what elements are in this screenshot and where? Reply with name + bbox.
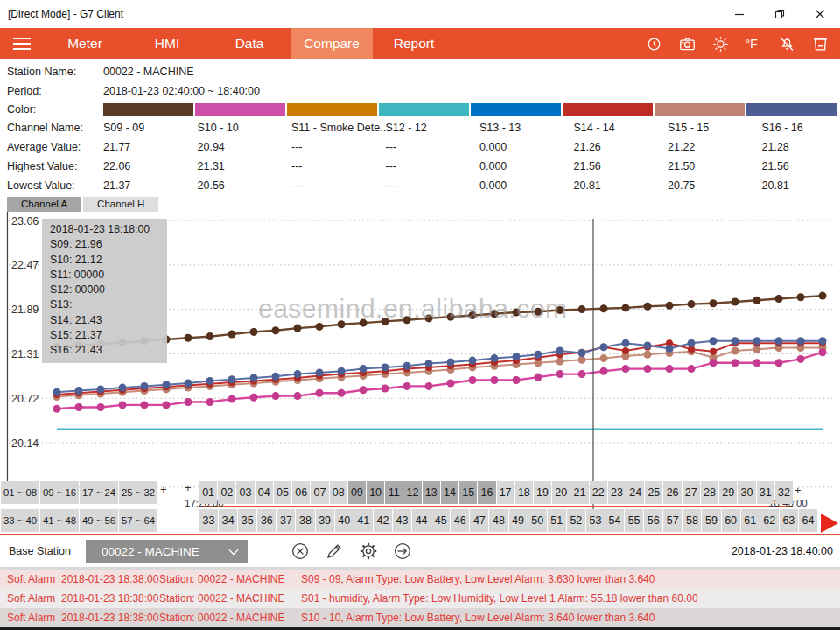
page-button-12[interactable]: 12 xyxy=(403,481,421,504)
page-button-02[interactable]: 02 xyxy=(218,481,235,504)
tab-channel-a[interactable]: Channel A xyxy=(7,197,81,212)
page-button-52[interactable]: 52 xyxy=(567,509,585,532)
page-button-39[interactable]: 39 xyxy=(316,509,334,532)
page-button-28[interactable]: 28 xyxy=(701,481,718,504)
page-button-24[interactable]: 24 xyxy=(626,481,644,504)
range-button-25~32[interactable]: 25 ~ 32 xyxy=(119,481,158,504)
page-button-03[interactable]: 03 xyxy=(236,481,254,504)
page-button-46[interactable]: 46 xyxy=(451,509,469,532)
page-button-09[interactable]: 09 xyxy=(348,481,366,504)
page-button-45[interactable]: 45 xyxy=(431,509,450,532)
edit-icon[interactable] xyxy=(324,542,344,562)
page-button-42[interactable]: 42 xyxy=(374,509,392,532)
page-button-55[interactable]: 55 xyxy=(625,509,643,532)
page-button-04[interactable]: 04 xyxy=(256,481,273,504)
page-button-41[interactable]: 41 xyxy=(354,509,373,532)
range-button-17~24[interactable]: 17 ~ 24 xyxy=(80,481,118,504)
page-button-47[interactable]: 47 xyxy=(470,509,488,532)
page-button-11[interactable]: 11 xyxy=(385,481,402,504)
page-button-15[interactable]: 15 xyxy=(459,481,477,504)
next-page-arrow[interactable] xyxy=(821,514,838,533)
page-button-07[interactable]: 07 xyxy=(311,481,328,504)
range-button-33~40[interactable]: 33 ~ 40 xyxy=(1,509,39,532)
menu-item-report[interactable]: Report xyxy=(373,28,455,60)
brightness-icon[interactable] xyxy=(710,34,730,53)
fahrenheit-icon[interactable]: °F xyxy=(744,34,763,53)
page-button-30[interactable]: 30 xyxy=(738,481,755,504)
page-button-21[interactable]: 21 xyxy=(570,481,588,504)
page-button-43[interactable]: 43 xyxy=(393,509,411,532)
page-button-35[interactable]: 35 xyxy=(238,509,256,532)
tab-channel-h[interactable]: Channel H xyxy=(83,197,158,212)
alarm-row[interactable]: Soft Alarm2018-01-23 18:38:00Station: 00… xyxy=(0,589,840,608)
page-button-57[interactable]: 57 xyxy=(663,509,682,532)
zoom-in-left-button[interactable]: + xyxy=(160,483,167,496)
page-button-23[interactable]: 23 xyxy=(608,481,626,504)
page-button-58[interactable]: 58 xyxy=(682,509,701,532)
page-button-36[interactable]: 36 xyxy=(257,509,276,532)
page-button-48[interactable]: 48 xyxy=(489,509,508,532)
alarm-row[interactable]: Soft Alarm2018-01-23 18:38:00Station: 00… xyxy=(0,608,840,627)
range-button-41~48[interactable]: 41 ~ 48 xyxy=(40,509,79,532)
menu-item-hmi[interactable]: HMI xyxy=(126,28,208,60)
page-button-51[interactable]: 51 xyxy=(548,509,566,532)
mute-alarm-icon[interactable] xyxy=(777,34,796,53)
page-button-17[interactable]: 17 xyxy=(497,481,514,504)
page-button-49[interactable]: 49 xyxy=(509,509,528,532)
clear-icon[interactable] xyxy=(290,542,310,562)
page-button-22[interactable]: 22 xyxy=(590,481,607,504)
page-button-63[interactable]: 63 xyxy=(780,509,798,532)
page-button-13[interactable]: 13 xyxy=(423,481,440,504)
page-button-38[interactable]: 38 xyxy=(296,509,314,532)
alarm-row[interactable]: Soft Alarm2018-01-23 18:38:00Station: 00… xyxy=(0,570,840,589)
page-button-27[interactable]: 27 xyxy=(682,481,700,504)
page-button-34[interactable]: 34 xyxy=(219,509,237,532)
page-button-29[interactable]: 29 xyxy=(719,481,737,504)
page-button-20[interactable]: 20 xyxy=(552,481,570,504)
page-button-40[interactable]: 40 xyxy=(335,509,354,532)
page-button-32[interactable]: 32 xyxy=(775,481,793,504)
restore-button[interactable] xyxy=(760,1,800,27)
page-button-08[interactable]: 08 xyxy=(330,481,347,504)
camera-icon[interactable] xyxy=(677,34,696,53)
base-station-select[interactable]: 00022 - MACHINE xyxy=(86,540,248,564)
page-button-33[interactable]: 33 xyxy=(200,509,218,532)
zoom-right-button[interactable]: + xyxy=(794,484,802,497)
page-button-19[interactable]: 19 xyxy=(534,481,551,504)
page-button-25[interactable]: 25 xyxy=(645,481,662,504)
history-icon[interactable] xyxy=(644,34,663,53)
page-button-01[interactable]: 01 xyxy=(200,481,217,504)
page-button-44[interactable]: 44 xyxy=(412,509,430,532)
page-button-50[interactable]: 50 xyxy=(528,509,547,532)
page-button-06[interactable]: 06 xyxy=(292,481,310,504)
hamburger-icon[interactable] xyxy=(0,38,44,50)
page-button-56[interactable]: 56 xyxy=(644,509,662,532)
page-button-31[interactable]: 31 xyxy=(757,481,774,504)
page-button-61[interactable]: 61 xyxy=(741,509,760,532)
menu-item-data[interactable]: Data xyxy=(208,28,290,60)
range-button-09~16[interactable]: 09 ~ 16 xyxy=(40,481,79,504)
page-button-16[interactable]: 16 xyxy=(478,481,495,504)
page-button-26[interactable]: 26 xyxy=(663,481,681,504)
page-button-14[interactable]: 14 xyxy=(441,481,458,504)
page-button-37[interactable]: 37 xyxy=(276,509,295,532)
page-button-59[interactable]: 59 xyxy=(702,509,720,532)
page-button-05[interactable]: 05 xyxy=(274,481,291,504)
close-button[interactable] xyxy=(800,1,840,27)
minimize-button[interactable] xyxy=(719,1,760,27)
go-icon[interactable] xyxy=(392,542,412,562)
page-button-64[interactable]: 64 xyxy=(799,509,817,532)
page-button-10[interactable]: 10 xyxy=(367,481,384,504)
menu-item-meter[interactable]: Meter xyxy=(44,28,126,60)
settings-icon[interactable] xyxy=(358,542,378,562)
snapshot-bin-icon[interactable] xyxy=(810,34,830,53)
chart-area[interactable]: 23.0622.4721.8921.3120.7220.1419.56 ease… xyxy=(0,212,840,536)
range-button-01~08[interactable]: 01 ~ 08 xyxy=(1,481,39,504)
menu-item-compare[interactable]: Compare xyxy=(290,28,373,60)
page-button-54[interactable]: 54 xyxy=(606,509,624,532)
range-button-49~56[interactable]: 49 ~ 56 xyxy=(80,509,118,532)
page-button-18[interactable]: 18 xyxy=(515,481,533,504)
page-button-62[interactable]: 62 xyxy=(760,509,779,532)
page-button-60[interactable]: 60 xyxy=(722,509,740,532)
zoom-out-left-button[interactable]: + xyxy=(185,481,192,494)
